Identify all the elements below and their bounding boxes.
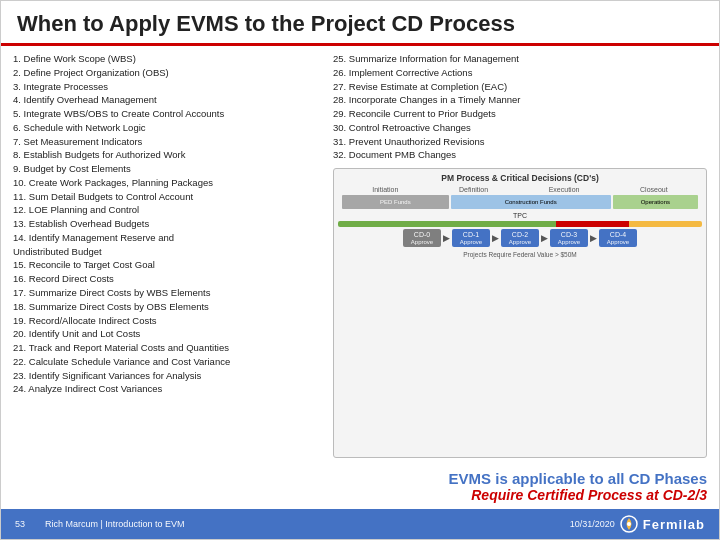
arrow-1: ▶ [443, 233, 450, 243]
right-list-item: 31. Prevent Unauthorized Revisions [333, 135, 707, 149]
evms-line1: EVMS is applicable to all CD Phases [333, 470, 707, 487]
right-list-item: 25. Summarize Information for Management [333, 52, 707, 66]
tpc-label: TPC [338, 212, 702, 219]
right-list-item: 28. Incorporate Changes in a Timely Mann… [333, 93, 707, 107]
footer-right: 10/31/2020 Fermilab [570, 515, 705, 533]
fund-bar-3: Operations [613, 195, 698, 209]
fermilab-logo: Fermilab [620, 515, 705, 533]
left-list-item: 10. Create Work Packages, Planning Packa… [13, 176, 323, 190]
footer: 53 Rich Marcum | Introduction to EVM 10/… [1, 509, 719, 539]
phase-closeout: Closeout [640, 186, 668, 193]
diagram-footer-text: Projects Require Federal Value > $50M [338, 251, 702, 258]
left-list-item: 20. Identify Unit and Lot Costs [13, 327, 323, 341]
right-list-item: 29. Reconcile Current to Prior Budgets [333, 107, 707, 121]
cd3-box: CD-3Approve [550, 229, 588, 247]
arrow-2: ▶ [492, 233, 499, 243]
left-list-item: 17. Summarize Direct Costs by WBS Elemen… [13, 286, 323, 300]
fund-bar-2: Construction Funds [451, 195, 611, 209]
left-list-item: 9. Budget by Cost Elements [13, 162, 323, 176]
left-list-item: 19. Record/Allocate Indirect Costs [13, 314, 323, 328]
cd-phases: CD-0Approve ▶ CD-1Approve ▶ CD-2Approve … [338, 229, 702, 247]
phase-execution: Execution [549, 186, 580, 193]
slide-title: When to Apply EVMS to the Project CD Pro… [17, 11, 703, 37]
diagram-title: PM Process & Critical Decisions (CD's) [338, 173, 702, 183]
phase-definition: Definition [459, 186, 488, 193]
right-list: 25. Summarize Information for Management… [333, 52, 707, 162]
left-list-item: 24. Analyze Indirect Cost Variances [13, 382, 323, 396]
cd2-box: CD-2Approve [501, 229, 539, 247]
left-list-item: 3. Integrate Processes [13, 80, 323, 94]
arrow-3: ▶ [541, 233, 548, 243]
tpc-bar [338, 221, 702, 227]
left-list-item: Undistributed Budget [13, 245, 323, 259]
left-list-item: 14. Identify Management Reserve and [13, 231, 323, 245]
right-list-item: 32. Document PMB Changes [333, 148, 707, 162]
content-area: 1. Define Work Scope (WBS)2. Define Proj… [1, 46, 719, 509]
left-list-item: 16. Record Direct Costs [13, 272, 323, 286]
footer-date: 10/31/2020 [570, 519, 615, 529]
arrow-4: ▶ [590, 233, 597, 243]
right-list-item: 26. Implement Corrective Actions [333, 66, 707, 80]
fermilab-icon [620, 515, 638, 533]
left-list-item: 21. Track and Report Material Costs and … [13, 341, 323, 355]
left-list-item: 2. Define Project Organization (OBS) [13, 66, 323, 80]
diagram-box: PM Process & Critical Decisions (CD's) I… [333, 168, 707, 458]
right-column: 25. Summarize Information for Management… [333, 52, 707, 503]
left-list-item: 13. Establish Overhead Budgets [13, 217, 323, 231]
left-list-item: 15. Reconcile to Target Cost Goal [13, 258, 323, 272]
right-list-item: 27. Revise Estimate at Completion (EAC) [333, 80, 707, 94]
title-bar: When to Apply EVMS to the Project CD Pro… [1, 1, 719, 46]
left-list-item: 12. LOE Planning and Control [13, 203, 323, 217]
left-list-item: 6. Schedule with Network Logic [13, 121, 323, 135]
left-column: 1. Define Work Scope (WBS)2. Define Proj… [13, 52, 323, 503]
left-list-item: 8. Establish Budgets for Authorized Work [13, 148, 323, 162]
footer-left: 53 Rich Marcum | Introduction to EVM [15, 519, 184, 529]
left-list-item: 1. Define Work Scope (WBS) [13, 52, 323, 66]
left-list-item: 4. Identify Overhead Management [13, 93, 323, 107]
left-list-item: 5. Integrate WBS/OBS to Create Control A… [13, 107, 323, 121]
left-list-item: 7. Set Measurement Indicators [13, 135, 323, 149]
left-list: 1. Define Work Scope (WBS)2. Define Proj… [13, 52, 323, 396]
fermilab-label: Fermilab [643, 517, 705, 532]
evms-line2: Require Certified Process at CD-2/3 [333, 487, 707, 503]
svg-point-1 [627, 522, 631, 526]
footer-page: 53 [15, 519, 25, 529]
evms-text-block: EVMS is applicable to all CD Phases Requ… [333, 470, 707, 503]
left-list-item: 18. Summarize Direct Costs by OBS Elemen… [13, 300, 323, 314]
left-list-item: 23. Identify Significant Variances for A… [13, 369, 323, 383]
fund-bar-1: PED Funds [342, 195, 449, 209]
left-list-item: 22. Calculate Schedule Variance and Cost… [13, 355, 323, 369]
diagram-inner: PM Process & Critical Decisions (CD's) I… [334, 169, 706, 457]
right-list-item: 30. Control Retroactive Changes [333, 121, 707, 135]
footer-presenter: Rich Marcum | Introduction to EVM [45, 519, 184, 529]
slide: When to Apply EVMS to the Project CD Pro… [0, 0, 720, 540]
cd4-box: CD-4Approve [599, 229, 637, 247]
left-list-item: 11. Sum Detail Budgets to Control Accoun… [13, 190, 323, 204]
cd1-box: CD-1Approve [452, 229, 490, 247]
phase-initiation: Initiation [372, 186, 398, 193]
cd0-box: CD-0Approve [403, 229, 441, 247]
